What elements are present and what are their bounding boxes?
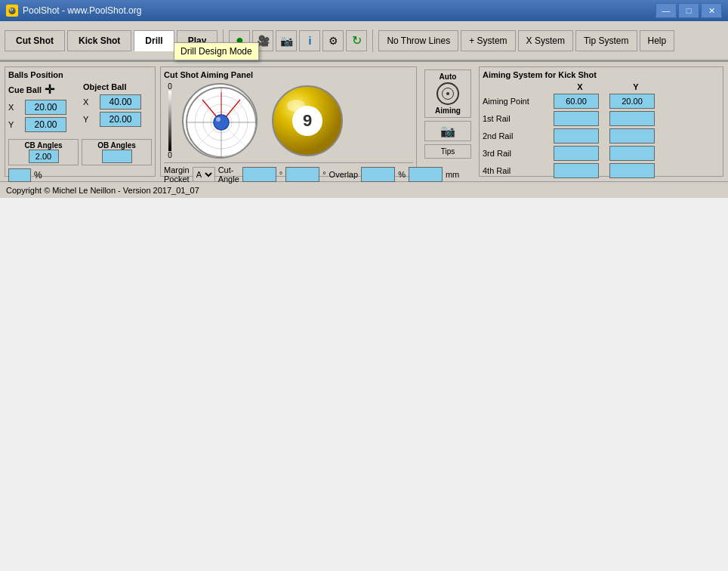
rail-4-x[interactable] — [554, 163, 599, 178]
balls-position-title: Balls Position — [8, 70, 152, 79]
balls-position-section: Balls Position Cue Ball ✛ X Y — [5, 66, 156, 177]
cut-angle-input2[interactable] — [285, 167, 319, 182]
x-system-button[interactable]: X System — [518, 30, 573, 51]
svg-text:9: 9 — [303, 111, 312, 130]
aiming-point-y[interactable] — [609, 94, 655, 109]
settings-button[interactable]: ⚙ — [322, 30, 344, 51]
object-ball-column: Object Ball X Y — [83, 82, 152, 134]
obj-y-input[interactable] — [100, 112, 141, 127]
target-icon — [436, 82, 459, 105]
rail-2-y[interactable] — [609, 128, 655, 144]
app-icon: 🎱 — [6, 5, 18, 17]
pct-row: % — [8, 168, 152, 182]
tab-kick-shot[interactable]: Kick Shot — [67, 30, 131, 51]
refresh-button[interactable]: ↻ — [346, 30, 367, 51]
app-title: PoolShot - www.PoolShot.org — [23, 5, 141, 16]
ob-angle-input[interactable] — [102, 150, 132, 163]
separator-2 — [372, 29, 373, 52]
cue-ball-column: Cue Ball ✛ X Y — [8, 82, 77, 134]
pct-input[interactable] — [8, 168, 31, 182]
system-button[interactable]: + System — [461, 30, 515, 51]
cue-x-row: X — [8, 100, 77, 115]
ob-angles-box: OB Angles — [82, 139, 152, 165]
svg-point-147 — [287, 100, 305, 112]
cb-angles-box: CB Angles — [8, 139, 79, 165]
large-nine-ball-container: 9 — [270, 83, 345, 159]
obj-x-row: X — [83, 94, 152, 110]
copyright-text: Copyright © Michel Le Neillon - Version … — [6, 186, 199, 195]
side-controls: Auto Aiming 📷 Tips — [421, 66, 474, 177]
tips-button[interactable]: Tips — [424, 144, 471, 159]
rail-3-x[interactable] — [554, 146, 599, 161]
tip-system-button[interactable]: Tip System — [575, 30, 637, 51]
rail-2-x[interactable] — [554, 128, 599, 144]
kick-shot-aiming-section: Aiming System for Kick Shot X Y Aiming P… — [479, 66, 723, 177]
rail-4-y[interactable] — [609, 163, 655, 178]
cb-angle-input[interactable] — [29, 150, 59, 163]
tab-drill[interactable]: Drill — [134, 30, 174, 51]
cue-y-input[interactable] — [25, 117, 66, 132]
tab-cut-shot[interactable]: Cut Shot — [5, 30, 65, 51]
svg-point-143 — [216, 117, 221, 122]
title-bar: 🎱 PoolShot - www.PoolShot.org — □ ✕ — [0, 0, 728, 21]
x-col-header: X — [554, 82, 606, 91]
aiming-point-x[interactable] — [554, 94, 599, 109]
margin-pocket-select[interactable]: ABCDEF — [193, 167, 215, 182]
rail-4-label: 4th Rail — [483, 166, 551, 175]
aiming-circle — [182, 83, 258, 159]
rail-2-label: 2nd Rail — [483, 131, 551, 140]
auto-aiming-box: Auto Aiming — [424, 69, 471, 118]
svg-point-142 — [214, 115, 229, 130]
info-button[interactable]: i — [299, 30, 320, 51]
obj-y-row: Y — [83, 112, 152, 127]
maximize-button[interactable]: □ — [678, 3, 699, 18]
overlap-input[interactable] — [361, 167, 395, 182]
help-button[interactable]: Help — [640, 30, 675, 51]
no-throw-button[interactable]: No Throw Lines — [378, 30, 458, 51]
drill-tooltip: Drill Design Mode — [174, 42, 259, 60]
object-ball-title: Object Ball — [83, 82, 152, 91]
cue-ball-move-icon[interactable]: ✛ — [45, 82, 54, 97]
y-col-header: Y — [609, 82, 662, 91]
aiming-point-label: Aiming Point — [483, 97, 551, 106]
rail-1-y[interactable] — [609, 111, 655, 126]
rail-3-label: 3rd Rail — [483, 149, 551, 158]
obj-x-input[interactable] — [100, 94, 141, 110]
kick-aiming-title: Aiming System for Kick Shot — [483, 70, 720, 79]
cut-shot-aiming-section: Cut Shot Aiming Panel 0 0 — [160, 66, 417, 177]
rail-3-y[interactable] — [609, 146, 655, 161]
cue-x-input[interactable] — [25, 100, 66, 115]
toolbar: Cut Shot Kick Shot Drill Play ● 🎥 📷 i ⚙ … — [0, 21, 728, 60]
title-bar-left: 🎱 PoolShot - www.PoolShot.org — [6, 5, 141, 17]
rail-1-x[interactable] — [554, 111, 599, 126]
scale-indicator: 0 0 — [164, 82, 176, 159]
cue-y-row: Y — [8, 117, 77, 132]
camera-icon-btn[interactable]: 📷 — [424, 121, 471, 141]
minimize-button[interactable]: — — [656, 3, 677, 18]
close-button[interactable]: ✕ — [701, 3, 722, 18]
aiming-panel-title: Cut Shot Aiming Panel — [164, 70, 413, 79]
bottom-panel: Balls Position Cue Ball ✛ X Y — [0, 60, 728, 181]
titlebar-controls: — □ ✕ — [656, 3, 722, 18]
cut-angle-input[interactable] — [242, 167, 276, 182]
aiming-circle-container — [182, 83, 258, 159]
bottom-controls: Margin Pocket ABCDEF Cut-Angle ° ° Overl… — [164, 162, 413, 186]
scale-bar — [168, 91, 171, 151]
camera-button[interactable]: 📷 — [276, 30, 297, 51]
cue-ball-title: Cue Ball ✛ — [8, 82, 77, 97]
rail-1-label: 1st Rail — [483, 114, 551, 123]
